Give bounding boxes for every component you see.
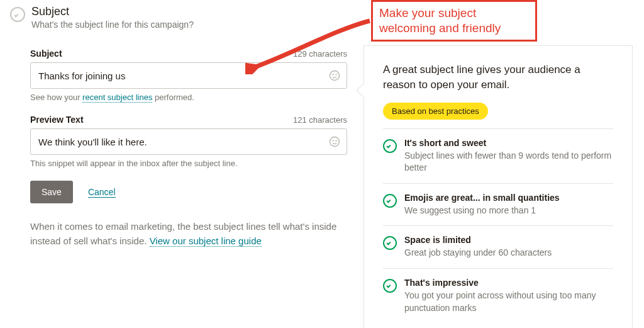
check-icon [383,139,397,153]
tip-title: It's short and sweet [404,138,613,148]
section-title: Subject [31,5,194,18]
annotation-callout: Make your subject welcoming and friendly [371,0,537,42]
svg-point-2 [336,74,336,75]
tip-desc: We suggest using no more than 1 [404,205,560,217]
recent-subject-lines-link[interactable]: recent subject lines [82,93,152,103]
tip-item: Space is limited Great job staying under… [383,225,613,268]
check-icon [383,236,397,250]
tip-item: It's short and sweet Subject lines with … [383,128,613,183]
check-icon [383,194,397,208]
preview-helper: This snippet will appear in the inbox af… [30,159,347,168]
best-practices-pill: Based on best practices [383,103,488,120]
emoji-picker-icon[interactable] [328,69,341,82]
preview-label: Preview Text [30,115,84,125]
preview-input[interactable] [30,128,347,155]
svg-point-0 [330,71,340,81]
tips-heading: A great subject line gives your audience… [383,62,613,93]
section-subtitle: What's the subject line for this campaig… [31,20,194,30]
subject-line-guide-link[interactable]: View our subject line guide [150,235,262,247]
tip-title: Space is limited [404,235,552,245]
subject-helper: See how your recent subject lines perfor… [30,93,347,102]
preview-char-count: 121 characters [293,115,347,125]
subject-label: Subject [30,48,62,59]
tips-panel: A great subject line gives your audience… [364,45,633,328]
tip-item: Emojis are great... in small quantities … [383,183,613,226]
tip-desc: Great job staying under 60 characters [404,247,552,259]
tip-item: That's impressive You got your point acr… [383,268,613,323]
svg-point-4 [333,140,333,141]
tip-desc: Subject lines with fewer than 9 words te… [404,150,613,174]
check-icon [383,279,397,293]
emoji-picker-icon[interactable] [328,135,341,148]
section-check-icon [10,7,25,22]
tip-title: Emojis are great... in small quantities [404,193,560,203]
save-button[interactable]: Save [30,181,73,203]
cancel-button[interactable]: Cancel [88,187,116,198]
advice-text: When it comes to email marketing, the be… [30,220,347,248]
svg-point-3 [330,137,340,147]
subject-char-count: 129 characters [293,49,347,59]
subject-input[interactable] [30,62,347,89]
svg-point-1 [333,74,333,75]
tip-desc: You got your point across without using … [404,290,613,314]
svg-point-5 [336,140,336,141]
tip-title: That's impressive [404,278,613,288]
